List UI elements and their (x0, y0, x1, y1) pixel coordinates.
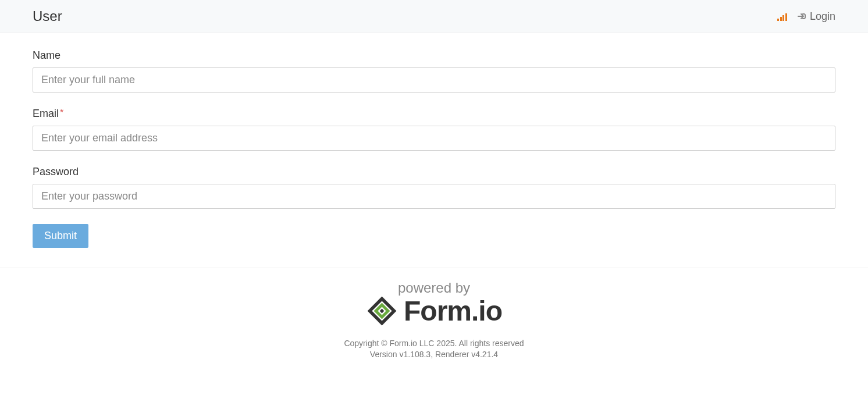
header-actions: Login (777, 10, 835, 23)
submit-button[interactable]: Submit (33, 224, 88, 248)
login-link[interactable]: Login (798, 10, 835, 23)
password-input[interactable] (33, 184, 835, 209)
powered-by-text: powered by (6, 280, 862, 296)
email-label: Email* (33, 108, 835, 120)
page-title: User (33, 8, 62, 24)
formio-logo-icon (366, 295, 398, 327)
email-input[interactable] (33, 126, 835, 151)
email-label-text: Email (33, 108, 59, 119)
form-container: Name Email* Password Submit (0, 33, 868, 268)
form-group-password: Password (33, 166, 835, 209)
required-indicator: * (60, 108, 63, 118)
login-label: Login (810, 10, 835, 23)
name-input[interactable] (33, 67, 835, 93)
footer: powered by Form.io Copyright © Form.io L… (0, 268, 868, 376)
brand-name: Form.io (404, 295, 502, 327)
copyright-text: Copyright © Form.io LLC 2025. All rights… (6, 339, 862, 348)
signal-icon[interactable] (777, 12, 787, 21)
name-label: Name (33, 49, 835, 62)
password-label-text: Password (33, 166, 79, 177)
header: User Login (0, 0, 868, 33)
login-icon (798, 12, 807, 21)
brand-logo: Form.io (6, 295, 862, 327)
form-group-email: Email* (33, 108, 835, 151)
form-group-name: Name (33, 49, 835, 93)
version-text: Version v1.108.3, Renderer v4.21.4 (6, 350, 862, 359)
name-label-text: Name (33, 49, 61, 61)
password-label: Password (33, 166, 835, 178)
